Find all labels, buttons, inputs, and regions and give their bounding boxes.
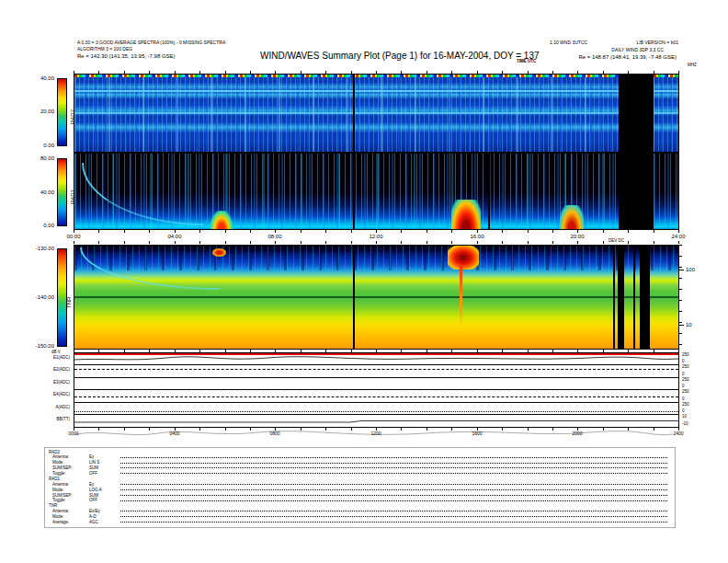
strip-scale-top: 10 xyxy=(682,415,687,419)
rad2-spectrogram xyxy=(74,74,679,153)
mode-row-value: SUM xyxy=(89,494,120,499)
header-left-line1: A 0.30 = 3 GOOD AVERAGE SPECTRA (100%) -… xyxy=(77,40,225,45)
strip-scale-top: 250 xyxy=(682,353,689,358)
header-right-version: 1.10 WND 3UTCC xyxy=(550,40,587,45)
mode-row-label: Antenna: xyxy=(52,455,89,460)
strip-label: A(ADC) xyxy=(37,406,70,410)
section-header-rad1: RAD1 xyxy=(49,477,671,482)
mid-axis-label: 12:00 xyxy=(362,234,390,239)
data-gap-line xyxy=(613,246,615,349)
mode-row-label: Antenna: xyxy=(52,510,89,514)
burst-event-0630 xyxy=(210,211,233,229)
bottom-axis-label: 2000 xyxy=(563,431,591,436)
tnr-colorbar-units: dB V xyxy=(51,350,61,355)
mode-timeline-dots xyxy=(120,488,667,490)
plot-title: WIND/WAVES Summary Plot (Page 1) for 16-… xyxy=(260,52,540,61)
emission-spot xyxy=(212,248,226,257)
mode-timeline-dots xyxy=(120,483,667,485)
strip-scale-top: 250 xyxy=(682,365,689,370)
tnr-right-major-tick xyxy=(679,270,684,270)
tnr-spectrogram xyxy=(74,245,679,350)
strip-chart-e2 xyxy=(74,364,679,378)
dotted-reference-line xyxy=(74,411,678,412)
mid-axis-label: 08:00 xyxy=(261,234,289,239)
data-gap-line xyxy=(353,246,355,349)
rad2-bright-band-1 xyxy=(74,90,678,92)
mid-axis-label: 04:00 xyxy=(161,234,188,239)
data-gap-line xyxy=(640,246,650,349)
mode-row-value: A-D xyxy=(89,515,120,520)
strip-label: E1(ADC) xyxy=(37,356,70,361)
strip-scale-top: 250 xyxy=(682,403,689,408)
data-gap-block xyxy=(619,75,654,152)
mode-timeline-dots xyxy=(120,456,667,458)
rad2-colorbar xyxy=(57,78,67,146)
bottom-axis-label: 2400 xyxy=(665,431,692,436)
strip-chart-e1 xyxy=(74,352,679,365)
rad1-colorbar-tick-mid: 40.00 xyxy=(25,190,54,195)
mid-time-axis-ticks xyxy=(74,230,679,233)
mode-timeline-dots xyxy=(120,472,667,474)
strip-scale-bottom: -10 xyxy=(682,422,688,427)
rad2-colorbar-tick-min: 0.00 xyxy=(25,143,54,148)
mode-row-label: Mode: xyxy=(52,488,89,493)
mode-row-label: Toggle: xyxy=(52,499,89,503)
mode-timeline-dots xyxy=(120,521,667,523)
data-gap-line xyxy=(618,246,624,349)
mode-timeline-dots xyxy=(120,494,667,496)
mode-row: Mode:A-D xyxy=(49,515,671,521)
rad2-top-multicolor-row xyxy=(74,75,678,77)
data-gap-block xyxy=(619,154,654,229)
strip-scale-bottom: 0 xyxy=(682,360,685,364)
tnr-right-major-tick xyxy=(679,325,684,326)
mode-row: Mode:LIN S xyxy=(49,461,671,466)
intense-emission-1730 xyxy=(448,246,479,270)
mode-row-label: Average: xyxy=(52,521,89,525)
red-reference-line xyxy=(74,353,678,355)
header-daily-label: DAILY WIND 3DP 3,3 CC xyxy=(611,47,664,52)
mid-axis-label: 20:00 xyxy=(563,234,591,239)
mode-row-value: Ey xyxy=(89,455,120,460)
mode-row-value: LIN S xyxy=(89,461,120,465)
mode-row-value: Ex/Ey xyxy=(89,510,120,514)
mode-row: Antenna:Ey xyxy=(49,455,671,461)
mode-row-label: Antenna: xyxy=(52,483,89,488)
bottom-axis-label: 0400 xyxy=(161,431,188,436)
burst-event-2000 xyxy=(560,205,584,229)
strip-label: E3(ADC) xyxy=(37,381,70,385)
strip-trace xyxy=(74,353,678,364)
mode-row: Antenna:Ex/Ey xyxy=(49,510,671,515)
data-gap-line xyxy=(633,246,635,349)
bottom-axis-label: 0800 xyxy=(261,431,289,436)
mid-axis-label: 16:00 xyxy=(463,234,491,239)
data-gap-line xyxy=(488,154,490,229)
tnr-top-axis-ticks xyxy=(74,241,679,244)
tnr-right-axis-label-100: 100 xyxy=(686,267,695,272)
tnr-right-axis-label-10: 10 xyxy=(686,322,692,327)
strip-chart-e3 xyxy=(74,377,679,390)
mode-row: Toggle:OFF xyxy=(49,499,671,504)
mode-timeline-dots xyxy=(120,462,667,464)
rad1-spectrogram xyxy=(74,153,679,230)
rad1-colorbar-tick-min: 0.00 xyxy=(25,223,54,228)
mode-row: Antenna:Ey xyxy=(49,482,671,488)
strip-chart-a xyxy=(74,402,679,415)
bottom-axis-label: 1600 xyxy=(463,431,491,436)
strip-label: BB(TT) xyxy=(37,418,70,422)
mode-row-label: Mode: xyxy=(52,461,89,465)
mode-timeline-dots xyxy=(120,500,667,501)
header-lib-version: LIB VERSION = b01 xyxy=(637,40,678,45)
wind-waves-summary-plot: A 0.30 = 3 GOOD AVERAGE SPECTRA (100%) -… xyxy=(0,0,728,563)
rad1-colorbar-tick-max: 80.00 xyxy=(25,155,54,161)
data-gap-line xyxy=(353,154,355,229)
strip-scale-top: 250 xyxy=(682,378,689,383)
mode-row-value: SUM xyxy=(89,466,120,471)
tnr-colorbar-tick-mid: -140.00 xyxy=(20,294,54,300)
data-gap-line xyxy=(353,75,355,152)
dashed-reference-line xyxy=(74,396,678,397)
strip-chart-e4 xyxy=(74,389,679,403)
emission-spike xyxy=(460,266,462,327)
rad2-bright-band-2 xyxy=(74,112,678,114)
mode-row: SUM/SEP:SUM xyxy=(49,466,671,472)
mode-timeline-dots xyxy=(120,466,667,468)
